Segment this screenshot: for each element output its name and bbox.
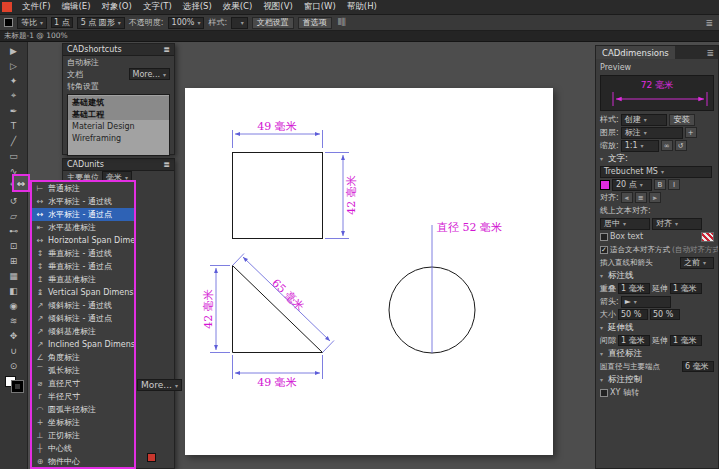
cadunits-panel-header[interactable]: CADunits ≣	[63, 159, 174, 171]
flyout-item-centerline[interactable]: ┼中心线	[32, 442, 134, 455]
hand-tool-icon[interactable]: ∪	[2, 343, 26, 358]
arrow-size2-field[interactable]: 50 %	[650, 309, 680, 320]
list-item[interactable]: Material Design	[68, 120, 169, 132]
fit-text-checkbox[interactable]	[600, 246, 608, 254]
cadunits-more-dropdown[interactable]: More...	[137, 379, 182, 391]
type-tool-icon[interactable]: T	[2, 118, 26, 133]
fill-stroke-indicator[interactable]	[5, 376, 23, 392]
flyout-item-normal-dim[interactable]: ⊢普通标注	[32, 182, 134, 195]
flyout-item-inclined-span[interactable]: ↗Inclined Span Dimension	[32, 338, 134, 351]
flyout-item-coordinate[interactable]: +坐标标注	[32, 416, 134, 429]
list-item[interactable]: Wireframing	[68, 132, 169, 144]
scale-tool-icon[interactable]: ▱	[2, 208, 26, 223]
preferences-button[interactable]: 首选项	[298, 17, 332, 29]
fill-swatch[interactable]	[4, 18, 13, 27]
insert-arrows-dropdown[interactable]: 之前	[680, 257, 714, 269]
flyout-item-arc-length[interactable]: ⌒弧长标注	[32, 364, 134, 377]
stroke-indicator-swatch[interactable]	[12, 381, 23, 392]
menu-edit[interactable]: 编辑(E)	[57, 1, 96, 13]
symbol-sprayer-tool-icon[interactable]: ✥	[2, 328, 26, 343]
flyout-item-horizontal-datum[interactable]: ⇤水平基准标注	[32, 221, 134, 234]
shortcuts-more-dropdown[interactable]: More...	[129, 68, 170, 80]
flyout-item-object-center[interactable]: ⊕物件中心	[32, 455, 134, 468]
flyout-item-tangent[interactable]: ⊥正切标注	[32, 429, 134, 442]
flyout-item-vertical-span[interactable]: ↨Vertical Span Dimension	[32, 286, 134, 299]
text-italic-icon[interactable]: I	[668, 179, 680, 190]
font-size-dropdown[interactable]: 20 点	[612, 179, 652, 191]
list-item[interactable]: 基础工程	[68, 108, 169, 120]
menu-object[interactable]: 对象(O)	[97, 1, 137, 13]
opacity-dropdown[interactable]: 100%	[168, 17, 205, 29]
overlap-field[interactable]: 1 毫米	[618, 283, 650, 294]
uniform-dropdown[interactable]: 等比	[17, 17, 47, 29]
document-tab[interactable]: 未标题-1 @ 100%	[4, 31, 68, 41]
arrow-size1-field[interactable]: 50 %	[618, 309, 648, 320]
scale-link-icon[interactable]: ∞	[661, 140, 673, 151]
arrow-type-dropdown[interactable]: ►	[621, 296, 671, 308]
text-color-swatch[interactable]	[600, 180, 610, 190]
direct-selection-tool-icon[interactable]: ▷	[2, 58, 26, 73]
menu-type[interactable]: 文字(T)	[138, 1, 177, 13]
magic-wand-tool-icon[interactable]: ✦	[2, 73, 26, 88]
menu-view[interactable]: 视图(V)	[258, 1, 297, 13]
text-section-header[interactable]: 文字:	[598, 152, 716, 165]
extension-line-section-header[interactable]: 延伸线	[598, 321, 716, 334]
document-setup-button[interactable]: 文档设置	[252, 17, 294, 29]
gradient-tool-icon[interactable]: ◧	[2, 283, 26, 298]
rotate-tool-icon[interactable]: ↺	[2, 193, 26, 208]
flyout-item-horizontal-span[interactable]: ↔Horizontal Span Dimension	[32, 234, 134, 247]
ext2-field[interactable]: 1 毫米	[670, 335, 702, 346]
menu-window[interactable]: 窗口(W)	[299, 1, 341, 13]
online-right-dropdown[interactable]: 对齐	[652, 218, 702, 230]
artboard[interactable]: 49 毫米 42 毫米 65 毫米 42 毫米 49 毫米 直径 52 毫米	[185, 88, 553, 455]
control-panel-menu-icon[interactable]: ≣	[703, 18, 715, 28]
align-right-icon[interactable]: ⫸	[649, 192, 661, 203]
box-text-checkbox[interactable]	[600, 233, 608, 241]
stroke-weight-field[interactable]: 1 点	[51, 17, 73, 28]
cadshortcuts-panel-header[interactable]: CADshortcuts ≣	[63, 44, 174, 56]
diameter-endpoint-field[interactable]: 6 毫米	[682, 361, 714, 372]
menu-effect[interactable]: 效果(C)	[218, 1, 258, 13]
flyout-item-horizontal-point[interactable]: ↔水平标注 - 通过点	[32, 208, 134, 221]
extend-field[interactable]: 1 毫米	[670, 283, 702, 294]
rectangle-shape[interactable]	[233, 153, 323, 239]
blend-tool-icon[interactable]: ≋	[2, 313, 26, 328]
line-segment-tool-icon[interactable]: ╱	[2, 133, 26, 148]
scale-refresh-icon[interactable]: ↺	[675, 140, 687, 151]
width-tool-icon[interactable]: ⊷	[2, 223, 26, 238]
cad-dimension-tool-icon[interactable]: ⇔	[12, 174, 30, 192]
pen-tool-icon[interactable]: ✒	[2, 103, 26, 118]
flyout-item-vertical-datum[interactable]: ↥垂直基准标注	[32, 273, 134, 286]
tab-caddimensions[interactable]: CADdimensions	[596, 46, 675, 59]
eyedropper-tool-icon[interactable]: ◉	[2, 298, 26, 313]
brush-dropdown[interactable]: 5 点 圆形	[77, 17, 125, 29]
list-item[interactable]: 基础建筑	[68, 96, 169, 108]
flyout-item-inclined-line[interactable]: ↗倾斜标注 - 通过线	[32, 299, 134, 312]
flyout-item-arc-radius[interactable]: ◠圆弧半径标注	[32, 403, 134, 416]
align-left-icon[interactable]: ⫷	[621, 192, 633, 203]
menu-file[interactable]: 文件(F)	[17, 1, 56, 13]
free-transform-tool-icon[interactable]: ⊡	[2, 238, 26, 253]
box-fill-swatch[interactable]	[701, 232, 714, 242]
flyout-item-horizontal-line[interactable]: ↔水平标注 - 通过线	[32, 195, 134, 208]
dimension-control-section-header[interactable]: 标注控制	[598, 373, 716, 386]
caddimensions-menu-icon[interactable]: ≣	[702, 46, 718, 59]
flyout-item-inclined-point[interactable]: ↗倾斜标注 - 通过点	[32, 312, 134, 325]
flyout-item-inclined-datum[interactable]: ↗倾斜基准标注	[32, 325, 134, 338]
text-bold-icon[interactable]: B	[654, 179, 666, 190]
gap-field[interactable]: 1 毫米	[618, 335, 650, 346]
align-center-icon[interactable]: ≡	[635, 192, 647, 203]
dimension-line-section-header[interactable]: 标注线	[598, 269, 716, 282]
style-dropdown[interactable]	[231, 17, 248, 29]
selection-tool-icon[interactable]: ▶	[2, 43, 26, 58]
align-icons[interactable]: ⫴⫼	[336, 17, 348, 28]
flyout-item-radius[interactable]: r半径尺寸	[32, 390, 134, 403]
cadshortcuts-menu-icon[interactable]: ≣	[163, 45, 170, 54]
flyout-item-vertical-point[interactable]: ↕垂直标注 - 通过点	[32, 260, 134, 273]
scale-dropdown[interactable]: 1:1	[621, 140, 659, 152]
layer-new-icon[interactable]: +	[685, 127, 697, 138]
cadunits-menu-icon[interactable]: ≣	[163, 160, 170, 169]
flyout-item-vertical-line[interactable]: ↕垂直标注 - 通过线	[32, 247, 134, 260]
cadunits-color-swatch[interactable]	[147, 453, 156, 462]
xy-axis-checkbox[interactable]	[600, 389, 608, 397]
